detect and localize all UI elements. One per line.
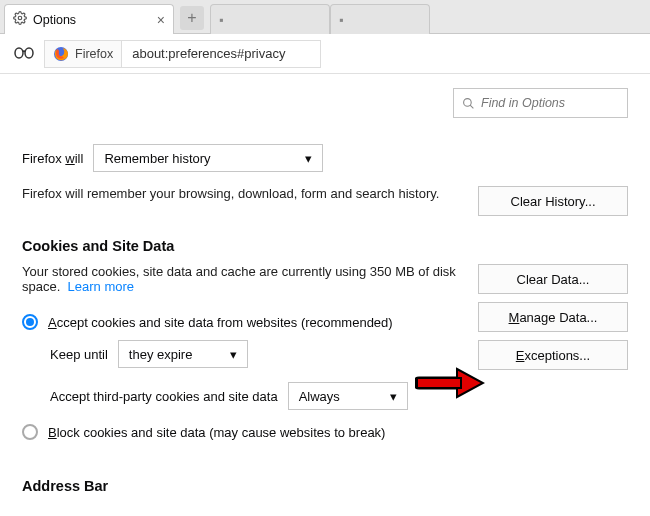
tab-inactive-2[interactable]: ▪	[330, 4, 430, 34]
select-value: Remember history	[104, 151, 210, 166]
tab-label: Options	[33, 13, 76, 27]
exceptions-button[interactable]: Exceptions...	[478, 340, 628, 370]
close-icon[interactable]: ×	[157, 12, 165, 28]
accept-cookies-radio[interactable]	[22, 314, 38, 330]
clear-data-button[interactable]: Clear Data...	[478, 264, 628, 294]
search-placeholder: Find in Options	[481, 96, 565, 110]
favicon-icon: ▪	[219, 13, 223, 27]
chevron-down-icon: ▾	[390, 389, 397, 404]
tab-bar: Options × + ▪ ▪	[0, 0, 650, 34]
search-icon	[462, 97, 475, 110]
keep-until-label: Keep until	[50, 347, 108, 362]
select-value: they expire	[129, 347, 193, 362]
url-bar[interactable]: about:preferences#privacy	[121, 40, 321, 68]
third-party-select[interactable]: Always ▾	[288, 382, 408, 410]
address-bar-heading: Address Bar	[22, 478, 628, 494]
history-description: Firefox will remember your browsing, dow…	[22, 186, 458, 201]
gear-icon	[13, 11, 27, 28]
tab-options[interactable]: Options ×	[4, 4, 174, 34]
svg-line-5	[470, 105, 473, 108]
preferences-content: Find in Options Firefox will Remember hi…	[0, 74, 650, 516]
block-cookies-radio[interactable]	[22, 424, 38, 440]
history-mode-select[interactable]: Remember history ▾	[93, 144, 323, 172]
cookies-storage-info: Your stored cookies, site data and cache…	[22, 264, 458, 294]
keep-until-select[interactable]: they expire ▾	[118, 340, 248, 368]
manage-data-button[interactable]: Manage Data...	[478, 302, 628, 332]
svg-point-0	[18, 16, 22, 20]
tab-inactive-1[interactable]: ▪	[210, 4, 330, 34]
select-value: Always	[299, 389, 340, 404]
url-text: about:preferences#privacy	[132, 46, 285, 61]
history-label: Firefox will	[22, 151, 83, 166]
tracking-protection-icon[interactable]	[14, 45, 34, 63]
third-party-label: Accept third-party cookies and site data	[50, 389, 278, 404]
chevron-down-icon: ▾	[230, 347, 237, 362]
site-identity[interactable]: Firefox	[44, 40, 121, 68]
learn-more-link[interactable]: Learn more	[68, 279, 134, 294]
favicon-icon: ▪	[339, 13, 343, 27]
cookies-heading: Cookies and Site Data	[22, 238, 628, 254]
clear-history-button[interactable]: Clear History...	[478, 186, 628, 216]
identity-label: Firefox	[75, 47, 113, 61]
block-cookies-label: Block cookies and site data (may cause w…	[48, 425, 385, 440]
new-tab-button[interactable]: +	[180, 6, 204, 30]
search-input[interactable]: Find in Options	[453, 88, 628, 118]
chevron-down-icon: ▾	[305, 151, 312, 166]
firefox-icon	[53, 46, 69, 62]
accept-cookies-label: Accept cookies and site data from websit…	[48, 315, 393, 330]
toolbar: Firefox about:preferences#privacy	[0, 34, 650, 74]
svg-point-4	[464, 98, 472, 106]
